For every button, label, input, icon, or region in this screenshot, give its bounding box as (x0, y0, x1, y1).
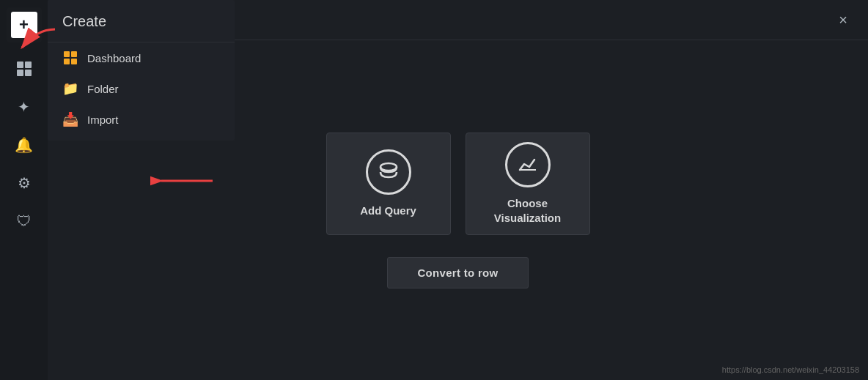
sidebar-item-settings[interactable]: ⚙ (7, 165, 42, 201)
dropdown-item-dashboard[interactable]: Dashboard (48, 42, 235, 73)
dropdown-item-folder[interactable]: 📁 Folder (48, 73, 235, 104)
convert-to-row-button[interactable]: Convert to row (387, 257, 528, 288)
gear-icon: ⚙ (18, 174, 31, 192)
add-query-label: Add Query (360, 204, 416, 218)
sidebar: + ✦ 🔔 ⚙ 🛡 (0, 0, 48, 380)
plus-icon: + (11, 12, 37, 38)
sidebar-item-explore[interactable]: ✦ (7, 89, 42, 124)
folder-icon: 📁 (62, 81, 78, 97)
database-icon (378, 161, 400, 183)
sidebar-item-dashboards[interactable] (7, 51, 42, 86)
dropdown-item-folder-label: Folder (87, 83, 119, 95)
add-query-card[interactable]: Add Query (326, 133, 451, 235)
shield-icon: 🛡 (17, 213, 32, 230)
dropdown-item-import-label: Import (87, 113, 119, 126)
database-icon-circle (366, 149, 411, 195)
panel-cards-row: Add Query Choose Visualization (326, 133, 590, 235)
bell-icon: 🔔 (15, 136, 33, 154)
dropdown-item-import[interactable]: 📥 Import (48, 104, 235, 135)
dropdown-item-dashboard-label: Dashboard (87, 52, 141, 64)
sidebar-item-alerting[interactable]: 🔔 (7, 127, 42, 163)
panel-close-button[interactable]: × (833, 9, 853, 31)
choose-visualization-label: Choose Visualization (494, 196, 561, 225)
grid-icon (17, 62, 32, 76)
choose-visualization-card[interactable]: Choose Visualization (466, 133, 590, 235)
watermark: https://blog.csdn.net/weixin_44203158 (722, 365, 859, 374)
import-icon: 📥 (62, 111, 78, 127)
dropdown-header: Create (48, 0, 235, 42)
dropdown-menu: Create Dashboard 📁 Folder 📥 Import (48, 0, 235, 141)
chart-icon-circle (505, 142, 551, 187)
sidebar-item-shield[interactable]: 🛡 (7, 204, 42, 239)
chart-icon (517, 154, 539, 176)
svg-point-2 (380, 163, 397, 171)
compass-icon: ✦ (18, 98, 30, 116)
dashboard-icon (62, 50, 78, 66)
sidebar-item-add[interactable]: + (7, 7, 42, 42)
